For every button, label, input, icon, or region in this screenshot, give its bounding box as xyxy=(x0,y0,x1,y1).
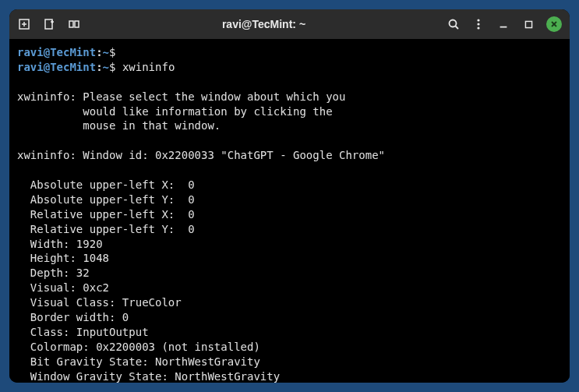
prompt-symbol: $ xyxy=(109,61,115,73)
output-line: Colormap: 0x2200003 (not installed) xyxy=(17,341,260,353)
output-line: xwininfo: Please select the window about… xyxy=(17,90,345,103)
output-line: Class: InputOutput xyxy=(17,326,149,338)
prompt-user: ravi@TecMint xyxy=(17,61,96,73)
titlebar-left xyxy=(17,17,81,31)
prompt-user: ravi@TecMint xyxy=(17,46,96,58)
output-line: Absolute upper-left Y: 0 xyxy=(17,193,195,206)
svg-point-12 xyxy=(477,26,479,29)
svg-line-9 xyxy=(456,26,459,30)
menu-icon[interactable] xyxy=(471,17,485,31)
output-line: Width: 1920 xyxy=(17,238,103,250)
search-icon[interactable] xyxy=(447,17,461,31)
titlebar-right xyxy=(447,16,562,32)
output-line: Absolute upper-left X: 0 xyxy=(17,178,195,191)
split-icon[interactable] xyxy=(67,17,81,31)
svg-rect-14 xyxy=(525,21,531,27)
output-line: would like information by clicking the xyxy=(17,105,333,118)
svg-point-10 xyxy=(477,19,479,21)
close-icon[interactable] xyxy=(546,16,562,32)
svg-point-11 xyxy=(477,23,479,25)
output-line: Border width: 0 xyxy=(17,311,129,323)
output-line: Relative upper-left Y: 0 xyxy=(17,223,195,235)
output-line: Relative upper-left X: 0 xyxy=(17,208,195,221)
output-line: Depth: 32 xyxy=(17,267,90,279)
svg-rect-6 xyxy=(69,21,73,27)
output-line: Visual Class: TrueColor xyxy=(17,296,182,309)
new-tab-icon[interactable] xyxy=(17,17,31,31)
output-line: Window Gravity State: NorthWestGravity xyxy=(17,370,280,383)
svg-rect-3 xyxy=(45,19,52,29)
prompt-path: ~ xyxy=(103,46,109,58)
prompt-symbol: $ xyxy=(109,46,115,58)
terminal-body[interactable]: ravi@TecMint:~$ ravi@TecMint:~$ xwininfo… xyxy=(9,39,570,383)
output-line: Bit Gravity State: NorthWestGravity xyxy=(17,355,260,368)
output-line: Height: 1048 xyxy=(17,252,109,264)
minimize-icon[interactable] xyxy=(496,17,510,31)
svg-rect-7 xyxy=(75,21,79,27)
terminal-window: ravi@TecMint: ~ ravi@TecMint:~$ ravi@Tec… xyxy=(9,9,570,383)
maximize-icon[interactable] xyxy=(521,17,535,31)
window-title: ravi@TecMint: ~ xyxy=(81,18,447,30)
new-window-icon[interactable] xyxy=(42,17,56,31)
command-xwininfo: xwininfo xyxy=(122,61,175,73)
prompt-path: ~ xyxy=(103,61,109,73)
output-line: xwininfo: Window id: 0x2200033 "ChatGPT … xyxy=(17,149,385,161)
prompt-sep: : xyxy=(96,46,102,58)
svg-point-8 xyxy=(450,20,457,27)
titlebar: ravi@TecMint: ~ xyxy=(9,9,570,39)
output-line: mouse in that window. xyxy=(17,119,221,132)
prompt-sep: : xyxy=(96,61,102,73)
output-line: Visual: 0xc2 xyxy=(17,281,109,294)
